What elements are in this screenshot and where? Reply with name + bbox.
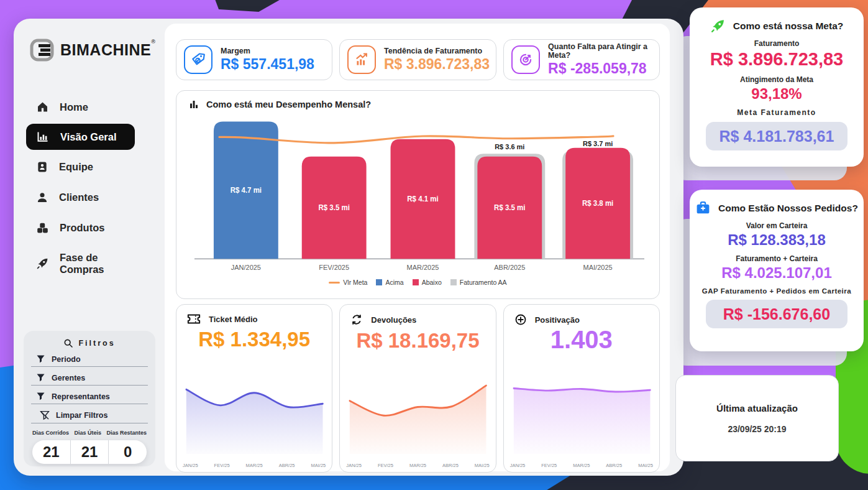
sparkline-x-label: JAN/25 <box>346 463 362 468</box>
pedidos-card-title: Como Estão Nossos Pedidos? <box>718 203 858 214</box>
mini-card-value: R$ 1.334,95 <box>176 328 332 351</box>
legend-item[interactable]: Vlr Meta <box>329 279 367 286</box>
devolucoes-sparkline <box>345 372 490 458</box>
kpi-row: Margem R$ 557.451,98 Tendência de Fatura… <box>176 39 660 80</box>
filter-gerentes[interactable]: Gerentes <box>31 369 148 386</box>
badge-icon <box>36 160 48 173</box>
svg-text:MAR/2025: MAR/2025 <box>407 264 439 271</box>
dias-restantes-value: 0 <box>108 440 147 464</box>
sparkline-x-label: MAI/25 <box>311 463 326 468</box>
days-labels: Dias Corridos Dias Úteis Dias Restantes <box>32 430 147 436</box>
kpi-card-falta-meta[interactable]: Quanto Falta para Atingir a Meta? R$ -28… <box>503 39 660 80</box>
sidebar-item-home[interactable]: Home <box>14 94 165 120</box>
cubes-icon <box>36 221 49 234</box>
registered-mark: ® <box>151 39 155 45</box>
ticket-medio-card[interactable]: Ticket Médio R$ 1.334,95 JAN/25FEV/25MAR… <box>176 304 332 473</box>
kpi-value: R$ -285.059,78 <box>548 60 653 77</box>
legend-item[interactable]: Faturamento AA <box>450 279 507 286</box>
monthly-performance-chart[interactable]: R$ 3.6 miR$ 3.7 miR$ 4.7 miJAN/2025R$ 3.… <box>185 114 651 275</box>
mini-cards-row: Ticket Médio R$ 1.334,95 JAN/25FEV/25MAR… <box>176 304 660 473</box>
sidebar-item-clientes[interactable]: Clientes <box>14 184 165 211</box>
svg-text:MAI/2025: MAI/2025 <box>583 264 613 271</box>
mini-card-title: Positivação <box>535 315 580 325</box>
sidebar-item-label: Visão Geral <box>60 131 117 143</box>
sidebar-item-label: Equipe <box>59 161 93 173</box>
filter-periodo[interactable]: Periodo <box>31 350 148 367</box>
kpi-card-margem[interactable]: Margem R$ 557.451,98 <box>176 39 332 80</box>
chart-legend: Vlr MetaAcimaAbaixoFaturamento AA <box>185 275 651 289</box>
legend-swatch <box>413 279 419 285</box>
sidebar-item-label: Fase de Compras <box>60 252 133 275</box>
legend-swatch <box>450 279 457 285</box>
filters-panel: Filtros Periodo Gerentes Representantes … <box>24 331 155 466</box>
mini-card-header: Devoluções <box>340 305 495 326</box>
trend-up-icon <box>347 45 376 74</box>
devolucoes-card[interactable]: Devoluções R$ 18.169,75 JAN/25FEV/25MAR/… <box>339 304 496 473</box>
pedidos-summary-card: Como Estão Nossos Pedidos? Valor em Cart… <box>690 190 864 351</box>
legend-item[interactable]: Acima <box>376 279 403 286</box>
sparkline-x-labels: JAN/25FEV/25MAR/25ABR/25MAI/25 <box>510 463 653 468</box>
sidebar-nav: Home Visão Geral Equipe Clientes Produto… <box>14 94 165 282</box>
svg-text:R$ 3.7 mi: R$ 3.7 mi <box>583 140 613 147</box>
sparkline-x-label: MAR/25 <box>573 463 590 468</box>
funnel-icon <box>36 373 45 382</box>
legend-item[interactable]: Abaixo <box>413 279 442 286</box>
svg-text:R$ 3.8 mi: R$ 3.8 mi <box>582 199 613 207</box>
faturamento-label: Faturamento <box>690 39 864 48</box>
svg-text:R$ 4.1 mi: R$ 4.1 mi <box>407 195 438 203</box>
last-update-datetime: 23/09/25 20:19 <box>728 424 786 434</box>
funnel-icon <box>36 392 45 401</box>
positivacao-card[interactable]: Positivação 1.403 JAN/25FEV/25MAR/25ABR/… <box>503 304 660 473</box>
ticket-icon <box>187 313 201 325</box>
sidebar: BIMACHINE® Home Visão Geral Equipe <box>14 19 165 476</box>
sidebar-item-visao-geral[interactable]: Visão Geral <box>26 124 135 150</box>
filter-label: Gerentes <box>52 374 85 382</box>
rocket-icon <box>710 18 726 34</box>
sparkline-x-labels: JAN/25FEV/25MAR/25ABR/25MAI/25 <box>183 463 326 468</box>
sidebar-item-equipe[interactable]: Equipe <box>14 154 165 180</box>
bar-chart-icon <box>36 131 50 143</box>
last-update-card: Última atualização 23/09/25 20:19 <box>675 375 839 461</box>
mini-card-title: Devoluções <box>371 315 416 325</box>
mini-card-value: 1.403 <box>504 326 659 354</box>
monthly-performance-card: Como está meu Desempenho Mensal? R$ 3.6 … <box>176 90 660 299</box>
valor-carteira-label: Valor em Carteira <box>690 221 864 230</box>
faturamento-carteira-label: Faturamento + Carteira <box>690 254 864 263</box>
mini-card-value: R$ 18.169,75 <box>340 329 495 353</box>
meta-summary-card: Como está nossa Meta? Faturamento R$ 3.8… <box>690 7 864 167</box>
kpi-card-tendencia[interactable]: Tendência de Faturamento R$ 3.896.723,83 <box>339 39 496 80</box>
kpi-label: Margem <box>221 47 314 55</box>
filters-header: Filtros <box>31 338 148 348</box>
filter-label: Representantes <box>52 392 110 401</box>
atingimento-value: 93,18% <box>690 85 864 103</box>
positivacao-sparkline <box>509 372 654 458</box>
sparkline-x-label: ABR/25 <box>279 463 295 468</box>
dias-uteis-value: 21 <box>70 440 109 464</box>
atingimento-label: Atingimento da Meta <box>690 75 864 84</box>
sparkline-x-label: MAI/25 <box>475 463 490 468</box>
home-icon <box>36 101 49 113</box>
funnel-icon <box>36 354 45 364</box>
mini-card-title: Ticket Médio <box>209 315 258 324</box>
svg-text:ABR/2025: ABR/2025 <box>494 264 525 271</box>
filter-limpar-filtros[interactable]: Limpar Filtros <box>31 406 148 423</box>
sparkline-x-label: FEV/25 <box>378 463 393 468</box>
kpi-label: Quanto Falta para Atingir a Meta? <box>548 42 653 60</box>
meta-faturamento-value: R$ 4.181.783,61 <box>706 122 847 150</box>
filters-title: Filtros <box>78 339 115 348</box>
sparkline-x-label: MAI/25 <box>638 463 653 468</box>
sparkline-x-label: MAR/25 <box>246 463 263 468</box>
plus-circle-icon <box>514 313 527 326</box>
target-icon <box>511 45 540 74</box>
filter-representantes[interactable]: Representantes <box>31 387 148 404</box>
sidebar-item-fase-de-compras[interactable]: Fase de Compras <box>14 245 165 282</box>
faturamento-value: R$ 3.896.723,83 <box>690 49 864 70</box>
app-panel: BIMACHINE® Home Visão Geral Equipe <box>14 19 683 476</box>
brand-name: BIMACHINE <box>60 41 151 58</box>
svg-text:R$ 3.6 mi: R$ 3.6 mi <box>495 143 524 150</box>
meta-card-header: Como está nossa Meta? <box>690 18 864 34</box>
sidebar-item-produtos[interactable]: Produtos <box>14 215 165 241</box>
svg-text:R$ 3.5 mi: R$ 3.5 mi <box>494 203 525 211</box>
chart-title: Como está meu Desempenho Mensal? <box>206 99 371 109</box>
rocket-icon <box>36 257 49 270</box>
